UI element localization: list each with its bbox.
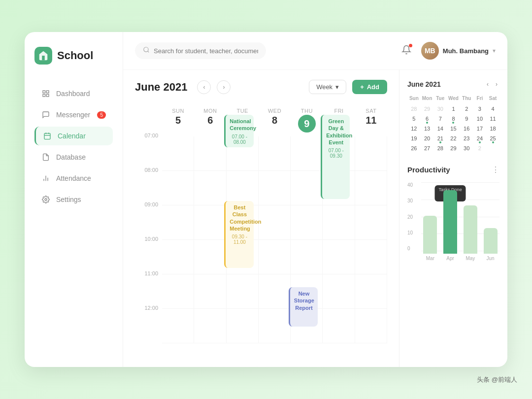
mini-calendar-day[interactable]: 30 <box>460 143 473 153</box>
mini-calendar-day[interactable]: 5 <box>407 114 421 124</box>
search-bar[interactable] <box>135 42 266 59</box>
svg-point-12 <box>144 47 148 52</box>
grid-cell <box>194 240 226 274</box>
search-icon <box>143 46 150 55</box>
mini-calendar-day[interactable]: 19 <box>407 133 421 143</box>
grid-cell <box>259 240 291 274</box>
mini-calendar-day[interactable]: 26 <box>407 143 421 153</box>
mini-calendar-day[interactable]: 24 <box>473 133 487 143</box>
view-label: Week <box>316 83 332 91</box>
add-event-button[interactable]: + Add <box>352 80 387 94</box>
mini-calendar-day[interactable]: 9 <box>460 114 473 124</box>
calendar-event[interactable]: National Ceremony07.00 - 08.00 <box>224 115 253 147</box>
bar-label: Jun <box>487 256 495 261</box>
app-name: School <box>57 49 93 62</box>
mini-calendar-day[interactable]: 28 <box>433 143 447 153</box>
mini-calendar-day[interactable]: 3 <box>473 104 487 114</box>
grid-cell <box>355 171 387 205</box>
mini-calendar-day[interactable]: 13 <box>421 124 434 133</box>
grid-cell <box>259 274 291 309</box>
calendar-section: June 2021 ‹ › Week ▾ + Add Sun 5N <box>123 70 399 367</box>
more-options-icon[interactable]: ⋮ <box>492 165 499 174</box>
grid-cell <box>227 274 259 309</box>
right-panel: June 2021 ‹ › SunMonTueWedThuFriSat28293… <box>399 70 507 367</box>
grid-cell <box>291 205 323 240</box>
sidebar-item-settings[interactable]: Settings <box>34 190 113 209</box>
mini-calendar-day[interactable]: 8 <box>447 114 460 124</box>
grid-cell <box>162 171 194 205</box>
bar-group: May <box>462 205 480 261</box>
bar-group: Mar <box>421 216 439 261</box>
mini-calendar-day[interactable]: 10 <box>473 114 487 124</box>
calendar-event[interactable]: New Storage Report <box>289 287 318 327</box>
mini-calendar-grid: SunMonTueWedThuFriSat2829301234567891011… <box>407 95 499 153</box>
day-header: Sat 11 <box>355 104 387 136</box>
next-month-button[interactable]: › <box>217 80 231 94</box>
mini-calendar-header: June 2021 ‹ › <box>407 80 499 89</box>
mini-calendar-day[interactable]: 21 <box>433 133 447 143</box>
y-axis-label: 10 <box>407 230 413 235</box>
mini-calendar-day[interactable]: 18 <box>486 124 499 133</box>
mini-calendar-day[interactable]: 28 <box>407 104 421 114</box>
grid-cell <box>323 274 355 309</box>
mini-calendar-day[interactable]: 6 <box>421 114 434 124</box>
mini-calendar-day[interactable]: 2 <box>460 104 473 114</box>
mini-calendar-day[interactable]: 30 <box>433 104 447 114</box>
mini-calendar-day[interactable]: 23 <box>460 133 473 143</box>
mini-next-button[interactable]: › <box>494 80 499 89</box>
mini-calendar-day[interactable]: 14 <box>433 124 447 133</box>
mini-prev-button[interactable]: ‹ <box>485 80 491 89</box>
mini-nav: ‹ › <box>485 80 499 89</box>
mini-calendar-day[interactable]: 27 <box>421 143 434 153</box>
calendar-event[interactable]: Best Class Competition Meeting09.30 - 11… <box>224 201 253 268</box>
mini-calendar-day[interactable]: 11 <box>486 114 499 124</box>
prev-month-button[interactable]: ‹ <box>197 80 211 94</box>
calendar-event[interactable]: Green Day & Exhibition Event07.00 - 09.3… <box>321 115 350 199</box>
sidebar-item-calendar[interactable]: Calendar <box>34 127 113 145</box>
time-label: 08:00 <box>135 167 162 201</box>
mini-calendar-day[interactable]: 29 <box>447 143 460 153</box>
productivity-section: Productivity ⋮ 403020100Mar Tasks Done 3… <box>407 165 499 261</box>
main-content: MB Muh. Bambang ▾ June 2021 ‹ › Week ▾ <box>123 32 507 367</box>
mini-calendar-day[interactable]: 4 <box>486 104 499 114</box>
sidebar-item-dashboard[interactable]: Dashboard <box>34 84 113 103</box>
mini-calendar-day[interactable]: 17 <box>473 124 487 133</box>
grid-cell <box>355 274 387 309</box>
svg-rect-2 <box>43 94 45 97</box>
y-axis-label: 20 <box>407 214 413 220</box>
chart-bar <box>464 205 477 254</box>
notification-dot <box>409 44 412 47</box>
mini-calendar-day[interactable]: 20 <box>421 133 434 143</box>
grid-cell <box>162 205 194 240</box>
notification-bell[interactable] <box>401 45 411 57</box>
sidebar-item-database[interactable]: Database <box>34 148 113 166</box>
chart-bar <box>423 216 437 254</box>
mini-calendar-day[interactable]: 1 <box>447 104 460 114</box>
sidebar-item-messenger[interactable]: Messenger 5 <box>34 105 113 124</box>
svg-rect-3 <box>46 94 49 97</box>
mini-calendar-day[interactable] <box>486 143 499 153</box>
week-grid: Sun 5National Ceremony07.00 - 08.00Green… <box>135 104 387 343</box>
calendar-icon <box>43 132 52 140</box>
view-dropdown[interactable]: Week ▾ <box>309 80 346 94</box>
mini-calendar-day[interactable]: 15 <box>447 124 460 133</box>
mini-calendar-day[interactable]: 29 <box>421 104 434 114</box>
messenger-label: Messenger <box>56 111 90 119</box>
mini-calendar-day[interactable]: 2 <box>473 143 487 153</box>
grid-cell <box>291 136 323 171</box>
mini-calendar-day[interactable]: 25 <box>486 133 499 143</box>
mini-day-name: Thu <box>460 95 473 104</box>
mini-calendar-day[interactable]: 12 <box>407 124 421 133</box>
mini-calendar-day[interactable]: 16 <box>460 124 473 133</box>
dashboard-label: Dashboard <box>56 90 90 98</box>
grid-cell <box>323 240 355 274</box>
search-input[interactable] <box>154 47 258 55</box>
mini-calendar-day[interactable]: 22 <box>447 133 460 143</box>
sidebar-item-attendance[interactable]: Attendance <box>34 169 113 188</box>
user-area[interactable]: MB Muh. Bambang ▾ <box>421 42 496 60</box>
mini-calendar-day[interactable]: 7 <box>433 114 447 124</box>
watermark: 头条 @前端人 <box>477 375 517 384</box>
grid-cell <box>355 240 387 274</box>
grid-cell <box>227 309 259 343</box>
svg-rect-0 <box>43 91 45 93</box>
